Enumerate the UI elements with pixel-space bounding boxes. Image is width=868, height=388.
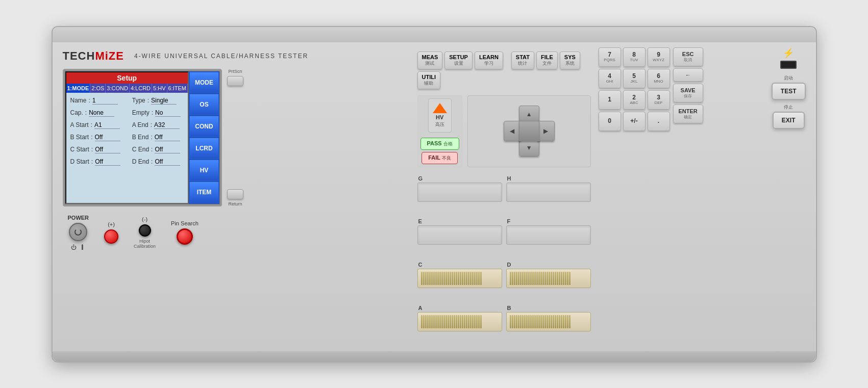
c-end-label: C End [132, 146, 149, 153]
enter-button[interactable]: ENTER 确定 [673, 105, 703, 123]
b-start-label: B Start [70, 134, 89, 141]
usb-port [780, 61, 797, 69]
key-plusminus[interactable]: +/- [623, 112, 646, 131]
slot-b-pins [507, 313, 590, 331]
key-dot[interactable]: . [648, 112, 670, 131]
connector-section: G H E F C [417, 173, 591, 346]
prtscn-label: PrtScn [228, 69, 242, 74]
hv-label: HV [436, 114, 443, 120]
learn-button[interactable]: LEARN 学习 [475, 51, 503, 69]
enter-cn: 确定 [684, 114, 692, 120]
slot-b: B [506, 305, 591, 344]
save-label: SAVE [681, 87, 696, 93]
slot-d-pins [507, 269, 590, 288]
tab-mode[interactable]: 1:MODE [66, 84, 91, 93]
tab-item[interactable]: 6:ITEM [167, 84, 188, 93]
pass-indicator: PASS 合格 [420, 138, 459, 150]
dpad-left-button[interactable]: ◀ [504, 121, 521, 141]
slot-e-label: E [417, 218, 502, 224]
file-button[interactable]: FILE 文件 [536, 51, 558, 69]
key-5[interactable]: 5JKL [623, 69, 646, 88]
setup-cn: 设置 [449, 60, 468, 67]
backspace-icon: ← [685, 72, 691, 78]
power-button[interactable] [69, 223, 87, 241]
test-button[interactable]: TEST [772, 83, 806, 100]
positive-probe [104, 229, 118, 244]
tab-os[interactable]: 2:OS [90, 84, 106, 93]
meas-button[interactable]: MEAS 测试 [417, 51, 443, 69]
bottom-bezel [53, 351, 816, 361]
dpad-up-button[interactable]: ▲ [519, 106, 539, 123]
pin-search-label: Pin Search [171, 220, 199, 226]
side-btn-lcrd[interactable]: LCRD [189, 138, 219, 159]
side-btn-hv[interactable]: HV [189, 160, 219, 181]
a-end-value: A32 [154, 121, 180, 129]
side-btn-mode[interactable]: MODE [189, 72, 219, 93]
meas-label: MEAS [422, 54, 438, 60]
side-btn-cond[interactable]: COND [189, 116, 219, 137]
stat-button[interactable]: STAT 统计 [511, 51, 534, 69]
key-4[interactable]: 4GHI [599, 69, 621, 88]
exit-button[interactable]: EXIT [773, 112, 805, 129]
lcd-screen: Setup 1:MODE 2:OS 3:COND 4:LCRD 5:HV 6:I… [65, 71, 189, 204]
c-start-label: C Start [70, 146, 89, 153]
dpad: ▲ ▼ ◀ ▶ [504, 106, 555, 157]
stop-label: 停止 [784, 104, 793, 111]
slot-h: H [506, 175, 591, 215]
key-7[interactable]: 7PQRS [599, 47, 621, 67]
usb-icon: ⚡ [783, 47, 794, 59]
tab-lcrd[interactable]: 4:LCRD [130, 84, 152, 93]
sys-button[interactable]: SYS 系统 [560, 51, 580, 69]
esc-cn: 取消 [684, 57, 692, 63]
left-arrow-icon: ◀ [510, 127, 514, 135]
utili-button[interactable]: UTILI 辅助 [417, 71, 441, 89]
key-1[interactable]: 1 [599, 90, 621, 110]
esc-label: ESC [682, 51, 694, 57]
dpad-down-button[interactable]: ▼ [519, 139, 539, 157]
screen-tabs: 1:MODE 2:OS 3:COND 4:LCRD 5:HV 6:ITEM [66, 84, 188, 93]
stat-cn: 统计 [516, 60, 530, 67]
setup-button[interactable]: SETUP 设置 [444, 51, 473, 69]
tab-hv[interactable]: 5:HV [152, 84, 167, 93]
pin-search-button[interactable] [177, 228, 193, 245]
return-button[interactable] [227, 189, 243, 199]
fail-label: FAIL [428, 154, 440, 161]
setup-label: SETUP [449, 54, 468, 60]
esc-button[interactable]: ESC 取消 [673, 47, 703, 66]
hv-warning-icon [433, 103, 447, 113]
right-panel: 7PQRS 8TUV 9WXYZ 4GHI 5JKL [599, 47, 806, 346]
right-top-row: 7PQRS 8TUV 9WXYZ 4GHI 5JKL [599, 47, 806, 131]
power-sub2-icon: ⏽ [80, 244, 85, 250]
slot-a-label: A [417, 305, 502, 311]
slot-b-label: B [506, 305, 591, 311]
backspace-button[interactable]: ← [673, 68, 703, 82]
side-btn-os[interactable]: OS [189, 94, 219, 115]
prtscn-button[interactable] [227, 76, 243, 86]
c-end-value: Off [155, 146, 180, 153]
side-btn-item[interactable]: ITEM [189, 182, 219, 203]
save-button[interactable]: SAVE 保存 [673, 84, 703, 102]
slot-g-box [417, 183, 502, 202]
bottom-controls: POWER ⏻ ⏽ (+) [63, 211, 410, 254]
brand-tech: TECH [63, 49, 95, 62]
c-start-value: Off [95, 146, 120, 153]
key-3[interactable]: 3DEF [648, 90, 670, 110]
middle-panel: MEAS 测试 SETUP 设置 LEARN 学习 STAT 统计 FILE [417, 47, 591, 346]
slot-a-connector [417, 312, 502, 331]
dpad-right-button[interactable]: ▶ [537, 121, 555, 141]
key-0[interactable]: 0 [599, 112, 621, 131]
b-end-value: Off [155, 134, 180, 141]
dpad-center-button[interactable] [519, 121, 539, 141]
key-2[interactable]: 2ABC [623, 90, 646, 110]
sys-label: SYS [564, 54, 576, 60]
b-end-label: B End [132, 134, 149, 141]
negative-probe-group: (-) [139, 216, 151, 237]
brand-subtitle: 4-WIRE UNIVERSAL CABLE/HARNESS TESTER [134, 53, 308, 60]
power-section: POWER ⏻ ⏽ [68, 215, 89, 250]
tab-cond[interactable]: 3:COND [106, 84, 130, 93]
key-6[interactable]: 6MNO [648, 69, 670, 88]
pass-cn: 合格 [443, 141, 453, 146]
key-9[interactable]: 9WXYZ [648, 47, 670, 67]
numpad: 7PQRS 8TUV 9WXYZ 4GHI 5JKL [599, 47, 670, 131]
key-8[interactable]: 8TUV [623, 47, 646, 67]
